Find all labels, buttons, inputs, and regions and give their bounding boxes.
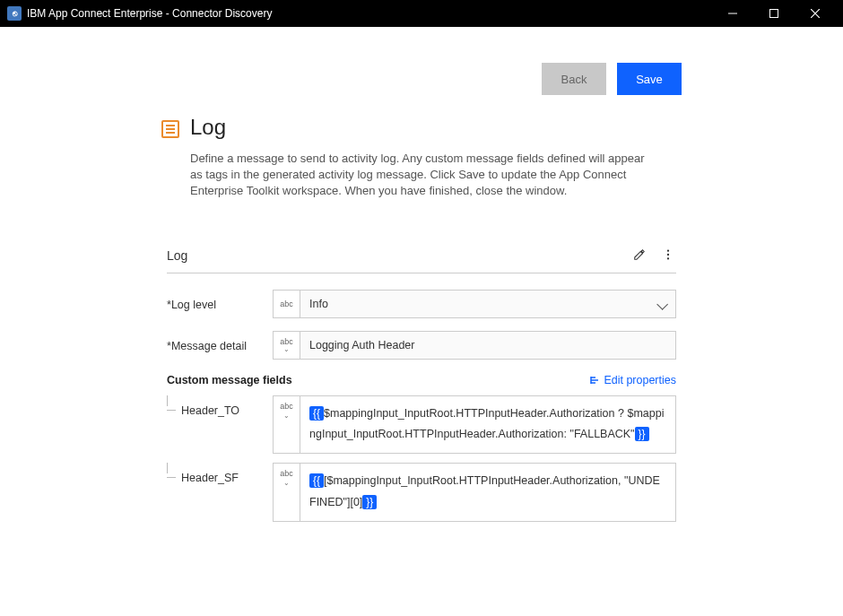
type-indicator: abc⌄	[273, 463, 300, 522]
svg-point-9	[667, 253, 669, 255]
minimize-icon	[728, 9, 737, 18]
maximize-button[interactable]	[753, 0, 795, 27]
page-title: Log	[190, 115, 647, 140]
custom-fields-heading: Custom message fields	[167, 374, 292, 386]
app-icon: ⎋	[7, 6, 22, 21]
log-level-select[interactable]: Info	[300, 290, 676, 318]
svg-point-8	[667, 249, 669, 251]
message-detail-label: Message detail	[167, 331, 273, 352]
close-brace-token: }}	[635, 427, 649, 441]
close-icon	[811, 9, 820, 18]
custom-field-label: Header_TO	[167, 395, 273, 417]
expression-body: $mappingInput_InputRoot.HTTPInputHeader.…	[309, 407, 664, 441]
save-button[interactable]: Save	[617, 63, 682, 95]
message-detail-value: Logging Auth Header	[309, 339, 414, 351]
log-level-value: Info	[309, 298, 328, 310]
close-brace-token: }}	[362, 495, 377, 509]
overflow-menu-button[interactable]	[660, 247, 676, 265]
svg-rect-1	[770, 10, 778, 18]
custom-field-header-sf-input[interactable]: {{[$mappingInput_InputRoot.HTTPInputHead…	[300, 463, 676, 522]
svg-point-10	[667, 257, 669, 259]
close-button[interactable]	[795, 0, 836, 27]
page-description: Define a message to send to activity log…	[190, 151, 647, 200]
open-brace-token: {{	[309, 406, 324, 421]
kebab-icon	[662, 248, 674, 261]
edit-button[interactable]	[631, 247, 647, 265]
message-detail-input[interactable]: Logging Auth Header	[300, 331, 676, 360]
back-button[interactable]: Back	[542, 63, 606, 95]
open-brace-token: {{	[309, 473, 324, 488]
type-indicator: abc⌄	[273, 395, 300, 455]
minimize-button[interactable]	[712, 0, 753, 27]
maximize-icon	[769, 9, 778, 18]
log-icon	[161, 120, 179, 138]
custom-field-header-to-input[interactable]: {{$mappingInput_InputRoot.HTTPInputHeade…	[300, 395, 676, 455]
edit-properties-icon	[589, 375, 600, 386]
custom-field-label: Header_SF	[167, 463, 273, 484]
type-indicator: abc	[273, 290, 300, 318]
log-level-label: Log level	[167, 290, 273, 311]
edit-properties-link[interactable]: Edit properties	[589, 374, 676, 386]
window-title: IBM App Connect Enterprise - Connector D…	[27, 7, 272, 20]
type-indicator: abc⌄	[273, 331, 300, 360]
panel-title: Log	[167, 248, 187, 263]
pencil-icon	[633, 248, 646, 261]
window-titlebar: ⎋ IBM App Connect Enterprise - Connector…	[0, 0, 843, 27]
